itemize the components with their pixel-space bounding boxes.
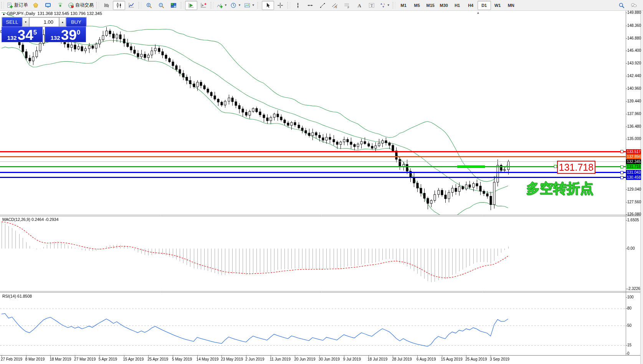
timeframe-d1-button[interactable]: D1: [478, 1, 491, 10]
date-label: 11 Jun 2019: [270, 357, 291, 361]
price-tag: 133.517: [626, 149, 641, 154]
resistance-line-1[interactable]: [0, 151, 626, 152]
price-tick-label: 146.880: [627, 36, 641, 40]
periods-button[interactable]: ▼: [229, 1, 243, 10]
chart-title: ▲GBPJPY-,Daily 131.368 132.545 130.796 1…: [2, 11, 102, 16]
line-anchor-handle[interactable]: [620, 165, 623, 168]
crosshair-button[interactable]: [274, 1, 286, 10]
toolbar-grip[interactable]: [139, 2, 141, 9]
fibonacci-button[interactable]: F: [341, 1, 353, 10]
turning-point-annotation[interactable]: 多空转折点: [526, 180, 593, 198]
gold-chart-button[interactable]: [30, 1, 42, 10]
trendline-icon: [319, 2, 326, 8]
bar-chart-button[interactable]: [101, 1, 113, 10]
dropdown-arrow-icon[interactable]: ▼: [238, 3, 241, 7]
line-anchor-handle[interactable]: [620, 171, 623, 174]
timeframe-mn-button[interactable]: MN: [504, 1, 518, 10]
macd-tick-label: -2.3226: [627, 287, 640, 291]
support-line-2[interactable]: [0, 177, 626, 178]
price-tag: 130.458: [626, 175, 641, 180]
indicators-button[interactable]: ▼: [215, 1, 229, 10]
price-tick-label: 137.960: [627, 112, 641, 116]
candle-chart-button[interactable]: [113, 1, 125, 10]
volume-input[interactable]: 1.00: [29, 17, 59, 27]
zoom-out-icon: [158, 2, 164, 8]
buy-button[interactable]: BUY: [66, 17, 86, 27]
toolbar-grip[interactable]: [1, 2, 4, 9]
date-label: 14 May 2019: [197, 357, 219, 361]
timeframe-m30-button[interactable]: M30: [437, 1, 451, 10]
timeframe-w1-button[interactable]: W1: [491, 1, 504, 10]
price-tick-label: 136.480: [627, 124, 641, 128]
cursor-button[interactable]: [262, 1, 274, 10]
support-line-1[interactable]: [0, 172, 626, 173]
callout-anchor-handle[interactable]: [554, 165, 557, 168]
timeframe-h4-button[interactable]: H4: [464, 1, 478, 10]
rsi-indicator-label: RSI(14) 61.8508: [2, 294, 32, 298]
timeframe-m1-button[interactable]: M1: [397, 1, 410, 10]
line-anchor-handle[interactable]: [620, 150, 623, 153]
timeframe-m5-button[interactable]: M5: [410, 1, 424, 10]
chart-shift-button[interactable]: [197, 1, 210, 10]
date-label: 25 Apr 2019: [147, 357, 168, 361]
volume-down-button[interactable]: ▼: [22, 17, 29, 27]
equidistant-channel-button[interactable]: E: [329, 1, 341, 10]
auto-scroll-button[interactable]: [185, 1, 197, 10]
sell-button[interactable]: SELL: [2, 17, 22, 27]
buy-price-display[interactable]: 132390: [45, 27, 86, 42]
date-label: 18 Mar 2019: [50, 357, 71, 361]
dropdown-arrow-icon[interactable]: ▼: [387, 3, 390, 7]
text-icon: A: [356, 2, 362, 8]
line-anchor-handle[interactable]: [620, 176, 623, 179]
dropdown-arrow-icon[interactable]: ▼: [224, 3, 227, 7]
collapse-arrow-icon[interactable]: ▲: [2, 12, 5, 16]
pivot-line[interactable]: [0, 166, 626, 167]
main-toolbar: 新订单自动交易▼▼▼EFAT▼M1M5M15M30H1H4D1W1MN: [0, 0, 643, 11]
timeframe-m15-button[interactable]: M15: [424, 1, 437, 10]
autotrading-button[interactable]: 自动交易: [66, 1, 95, 10]
toolbar-grip[interactable]: [393, 2, 395, 9]
autotrading-icon: [68, 2, 74, 8]
terminal-button[interactable]: [42, 1, 54, 10]
volume-up-button[interactable]: ▲: [59, 17, 66, 27]
chat-button[interactable]: [628, 1, 640, 10]
search-button[interactable]: [615, 1, 628, 10]
zoom-out-button[interactable]: [155, 1, 167, 10]
current-price-line[interactable]: [0, 161, 626, 162]
resistance-line-2[interactable]: [0, 156, 626, 157]
svg-text:A: A: [357, 2, 361, 8]
text-label-button[interactable]: T: [365, 1, 378, 10]
toolbar-grip[interactable]: [181, 2, 183, 9]
price-callout-box[interactable]: 131.718: [557, 161, 595, 174]
horizontal-line-button[interactable]: [304, 1, 316, 10]
price-tick-label: 139.440: [627, 99, 641, 103]
toolbar-grip[interactable]: [258, 2, 260, 9]
timeframe-h1-button[interactable]: H1: [451, 1, 464, 10]
arrows-button[interactable]: ▼: [378, 1, 392, 10]
price-tag: 131.718: [626, 164, 641, 169]
zoom-in-button[interactable]: [143, 1, 155, 10]
new-order-button[interactable]: 新订单: [5, 1, 30, 10]
dropdown-arrow-icon[interactable]: ▼: [252, 3, 255, 7]
toolbar-grip[interactable]: [96, 2, 99, 9]
toolbar-button-label: 自动交易: [75, 2, 94, 8]
symbol-name: GBPJPY-,Daily: [7, 11, 35, 16]
line-chart-button[interactable]: [125, 1, 137, 10]
vertical-line-button[interactable]: [292, 1, 304, 10]
date-label: 30 Jun 2019: [319, 357, 340, 361]
date-label: 8 Mar 2019: [25, 357, 45, 361]
toolbar-grip[interactable]: [211, 2, 213, 9]
date-label: 6 Aug 2019: [417, 357, 436, 361]
date-label: 20 Jun 2019: [294, 357, 315, 361]
signals-button[interactable]: [54, 1, 66, 10]
pivot-highlight-segment[interactable]: [457, 165, 485, 168]
text-button[interactable]: A: [353, 1, 365, 10]
date-label: 15 Apr 2019: [123, 357, 144, 361]
templates-button[interactable]: ▼: [243, 1, 256, 10]
svg-text:T: T: [370, 3, 373, 8]
tile-windows-button[interactable]: [167, 1, 180, 10]
date-label: 2 Jun 2019: [245, 357, 264, 361]
toolbar-grip[interactable]: [288, 2, 290, 9]
trendline-button[interactable]: [316, 1, 329, 10]
sell-price-display[interactable]: 132345: [2, 27, 43, 42]
